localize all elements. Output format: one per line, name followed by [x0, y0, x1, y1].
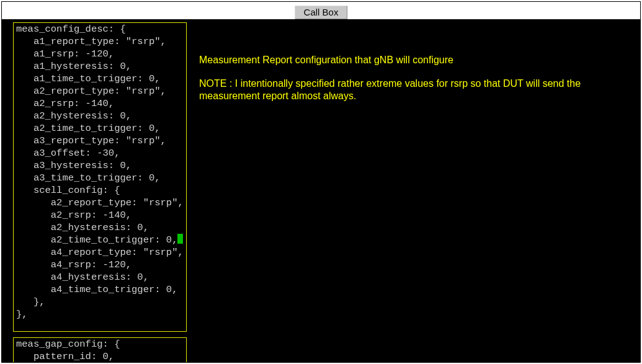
code-line: a4_hysteresis: 0, — [14, 271, 186, 283]
meas-gap-config-code-box: meas_gap_config: { pattern_id: 0,}, — [13, 337, 187, 362]
explanation-panel: Measurement Report configuration that gN… — [199, 54, 621, 113]
code-line: a2_time_to_trigger: 0, — [14, 122, 186, 135]
code-line: scell_config: { — [14, 184, 186, 197]
code-line: meas_gap_config: { — [14, 338, 186, 350]
code-line: a3_time_to_trigger: 0, — [14, 172, 186, 184]
text-cursor — [177, 234, 183, 244]
code-line: a2_report_type: "rsrp", — [14, 85, 186, 97]
callbox-button[interactable]: Call Box — [295, 6, 348, 19]
code-line: a2_rsrp: -140, — [14, 209, 186, 221]
code-line: a2_report_type: "rsrp", — [14, 197, 186, 209]
code-line: a4_time_to_trigger: 0, — [14, 283, 186, 296]
code-line: }, — [14, 308, 186, 321]
code-line: a2_rsrp: -140, — [14, 97, 186, 110]
code-line: a2_hysteresis: 0, — [14, 221, 186, 234]
explain-line-1: Measurement Report configuration that gN… — [199, 54, 621, 66]
code-line: a2_time_to_trigger: 0, — [14, 234, 186, 246]
explain-line-2: NOTE : I intentionally specified rather … — [199, 78, 621, 102]
page-frame: Call Box meas_config_desc: { a1_report_t… — [1, 1, 641, 363]
code-line: a2_hysteresis: 0, — [14, 110, 186, 122]
code-line: meas_config_desc: { — [14, 23, 186, 35]
code-line: a3_hysteresis: 0, — [14, 159, 186, 172]
code-line: a1_hysteresis: 0, — [14, 60, 186, 73]
code-line: a1_time_to_trigger: 0, — [14, 73, 186, 85]
code-line: }, — [14, 296, 186, 308]
code-line: a4_rsrp: -120, — [14, 259, 186, 271]
code-line: a4_report_type: "rsrp", — [14, 246, 186, 259]
code-line: a1_report_type: "rsrp", — [14, 35, 186, 48]
top-bar: Call Box — [2, 2, 640, 19]
code-line: pattern_id: 0, — [14, 350, 186, 362]
code-line: a1_rsrp: -120, — [14, 48, 186, 60]
content-area: meas_config_desc: { a1_report_type: "rsr… — [2, 19, 640, 362]
meas-config-code-box: meas_config_desc: { a1_report_type: "rsr… — [13, 22, 187, 332]
code-line: a3_offset: -30, — [14, 147, 186, 159]
code-line: a3_report_type: "rsrp", — [14, 135, 186, 147]
